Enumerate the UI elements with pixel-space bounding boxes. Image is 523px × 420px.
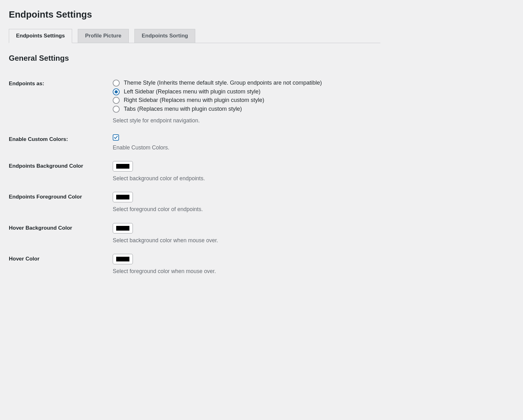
radio-label: Theme Style (Inherits theme default styl… (124, 79, 322, 87)
radio-label: Tabs (Replaces menu with plugin custom s… (124, 105, 242, 114)
tab-bar: Endpoints Settings Profile Picture Endpo… (9, 29, 380, 43)
field-label: Hover Background Color (9, 218, 110, 249)
color-swatch (116, 226, 129, 231)
color-swatch (116, 257, 129, 261)
field-endpoints-fg: Endpoints Foreground Color Select foregr… (9, 187, 380, 218)
field-label: Endpoints Foreground Color (9, 187, 110, 218)
field-label: Endpoints Background Color (9, 156, 110, 187)
field-help: Enable Custom Colors. (113, 144, 377, 152)
settings-table: Endpoints as: Theme Style (Inherits them… (9, 74, 380, 280)
radio-icon (113, 106, 120, 113)
field-help: Select background color when mouse over. (113, 237, 377, 244)
radio-label: Right Sidebar (Replaces menu with plugin… (124, 96, 264, 105)
radio-option-left-sidebar[interactable]: Left Sidebar (Replaces menu with plugin … (113, 87, 377, 96)
page-title: Endpoints Settings (9, 9, 380, 21)
field-help: Select foreground color of endpoints. (113, 205, 377, 213)
color-swatch (116, 164, 129, 169)
radio-icon (113, 80, 120, 87)
field-label: Endpoints as: (9, 74, 110, 130)
radio-icon (113, 97, 120, 104)
tab-endpoints-sorting[interactable]: Endpoints Sorting (134, 29, 195, 43)
radio-option-right-sidebar[interactable]: Right Sidebar (Replaces menu with plugin… (113, 96, 377, 105)
radio-icon (113, 88, 120, 95)
field-hover-color: Hover Color Select foreground color when… (9, 249, 380, 280)
field-label: Hover Color (9, 249, 110, 280)
field-help: Select style for endpoint navigation. (113, 117, 377, 125)
field-enable-custom-colors: Enable Custom Colors: Enable Custom Colo… (9, 130, 380, 156)
field-endpoints-bg: Endpoints Background Color Select backgr… (9, 156, 380, 187)
tab-profile-picture[interactable]: Profile Picture (78, 29, 128, 43)
field-hover-bg: Hover Background Color Select background… (9, 218, 380, 249)
settings-wrap: Endpoints Settings Endpoints Settings Pr… (0, 0, 387, 293)
field-label: Enable Custom Colors: (9, 130, 110, 156)
field-endpoints-as: Endpoints as: Theme Style (Inherits them… (9, 74, 380, 130)
checkbox-enable-custom-colors[interactable] (113, 134, 119, 141)
radio-label: Left Sidebar (Replaces menu with plugin … (124, 87, 260, 96)
color-picker-hover-bg[interactable] (113, 223, 133, 233)
color-swatch (116, 195, 129, 199)
color-picker-endpoints-fg[interactable] (113, 192, 133, 202)
color-picker-hover-color[interactable] (113, 254, 133, 264)
section-title: General Settings (9, 54, 380, 63)
field-help: Select background color of endpoints. (113, 175, 377, 182)
tab-endpoints-settings[interactable]: Endpoints Settings (9, 29, 72, 43)
radio-option-theme-style[interactable]: Theme Style (Inherits theme default styl… (113, 79, 377, 87)
check-icon (114, 135, 118, 140)
radio-option-tabs[interactable]: Tabs (Replaces menu with plugin custom s… (113, 105, 377, 114)
color-picker-endpoints-bg[interactable] (113, 161, 133, 171)
field-help: Select foreground color when mouse over. (113, 267, 377, 275)
